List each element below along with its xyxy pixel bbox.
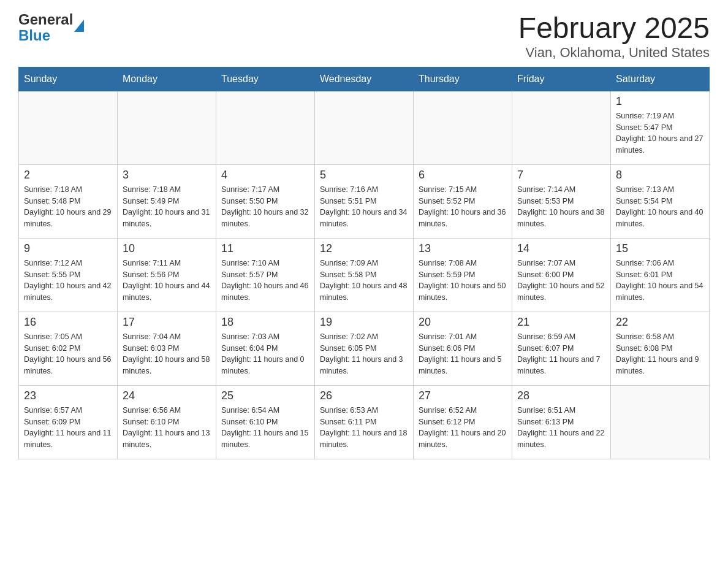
calendar-cell: 2Sunrise: 7:18 AMSunset: 5:48 PMDaylight… <box>19 164 118 238</box>
day-number: 26 <box>320 389 408 402</box>
week-row-2: 2Sunrise: 7:18 AMSunset: 5:48 PMDaylight… <box>19 164 710 238</box>
day-info: Sunrise: 7:01 AMSunset: 6:06 PMDaylight:… <box>419 331 507 377</box>
day-number: 13 <box>419 242 507 255</box>
day-number: 19 <box>320 316 408 329</box>
day-number: 23 <box>24 389 112 402</box>
day-number: 9 <box>24 242 112 255</box>
calendar-cell: 14Sunrise: 7:07 AMSunset: 6:00 PMDayligh… <box>512 238 611 312</box>
logo-blue-text: Blue <box>18 27 50 44</box>
calendar-table: SundayMondayTuesdayWednesdayThursdayFrid… <box>18 67 710 459</box>
calendar-cell: 11Sunrise: 7:10 AMSunset: 5:57 PMDayligh… <box>216 238 315 312</box>
header-wednesday: Wednesday <box>315 67 414 91</box>
day-number: 5 <box>320 169 408 182</box>
day-info: Sunrise: 7:18 AMSunset: 5:49 PMDaylight:… <box>123 184 211 230</box>
day-number: 17 <box>123 316 211 329</box>
week-row-1: 1Sunrise: 7:19 AMSunset: 5:47 PMDaylight… <box>19 91 710 164</box>
calendar-cell: 9Sunrise: 7:12 AMSunset: 5:55 PMDaylight… <box>19 238 118 312</box>
day-info: Sunrise: 7:05 AMSunset: 6:02 PMDaylight:… <box>24 331 112 377</box>
calendar-cell: 10Sunrise: 7:11 AMSunset: 5:56 PMDayligh… <box>118 238 216 312</box>
day-info: Sunrise: 6:54 AMSunset: 6:10 PMDaylight:… <box>221 405 309 451</box>
calendar-cell: 23Sunrise: 6:57 AMSunset: 6:09 PMDayligh… <box>19 385 118 459</box>
calendar-cell: 16Sunrise: 7:05 AMSunset: 6:02 PMDayligh… <box>19 312 118 385</box>
page-subtitle: Vian, Oklahoma, United States <box>518 45 710 61</box>
week-row-4: 16Sunrise: 7:05 AMSunset: 6:02 PMDayligh… <box>19 312 710 385</box>
header-sunday: Sunday <box>19 67 118 91</box>
calendar-cell: 12Sunrise: 7:09 AMSunset: 5:58 PMDayligh… <box>315 238 414 312</box>
svg-marker-0 <box>74 20 84 32</box>
day-info: Sunrise: 6:58 AMSunset: 6:08 PMDaylight:… <box>616 331 704 377</box>
day-info: Sunrise: 7:08 AMSunset: 5:59 PMDaylight:… <box>419 258 507 304</box>
calendar-cell <box>512 91 611 164</box>
calendar-cell: 6Sunrise: 7:15 AMSunset: 5:52 PMDaylight… <box>414 164 512 238</box>
day-info: Sunrise: 7:17 AMSunset: 5:50 PMDaylight:… <box>221 184 309 230</box>
day-number: 15 <box>616 242 704 255</box>
page-title: February 2025 <box>518 12 710 45</box>
calendar-cell: 21Sunrise: 6:59 AMSunset: 6:07 PMDayligh… <box>512 312 611 385</box>
calendar-header-row: SundayMondayTuesdayWednesdayThursdayFrid… <box>19 67 710 91</box>
day-number: 4 <box>221 169 309 182</box>
calendar-cell: 13Sunrise: 7:08 AMSunset: 5:59 PMDayligh… <box>414 238 512 312</box>
day-info: Sunrise: 7:11 AMSunset: 5:56 PMDaylight:… <box>123 258 211 304</box>
day-info: Sunrise: 7:04 AMSunset: 6:03 PMDaylight:… <box>123 331 211 377</box>
day-info: Sunrise: 7:13 AMSunset: 5:54 PMDaylight:… <box>616 184 704 230</box>
day-info: Sunrise: 7:06 AMSunset: 6:01 PMDaylight:… <box>616 258 704 304</box>
day-number: 24 <box>123 389 211 402</box>
calendar-cell: 28Sunrise: 6:51 AMSunset: 6:13 PMDayligh… <box>512 385 611 459</box>
calendar-cell <box>315 91 414 164</box>
day-number: 7 <box>517 169 605 182</box>
day-number: 25 <box>221 389 309 402</box>
day-number: 14 <box>517 242 605 255</box>
title-block: February 2025 Vian, Oklahoma, United Sta… <box>518 12 710 61</box>
day-info: Sunrise: 7:02 AMSunset: 6:05 PMDaylight:… <box>320 331 408 377</box>
calendar-cell: 17Sunrise: 7:04 AMSunset: 6:03 PMDayligh… <box>118 312 216 385</box>
day-info: Sunrise: 7:03 AMSunset: 6:04 PMDaylight:… <box>221 331 309 377</box>
day-info: Sunrise: 7:12 AMSunset: 5:55 PMDaylight:… <box>24 258 112 304</box>
header-thursday: Thursday <box>414 67 512 91</box>
day-info: Sunrise: 7:18 AMSunset: 5:48 PMDaylight:… <box>24 184 112 230</box>
header-monday: Monday <box>118 67 216 91</box>
week-row-3: 9Sunrise: 7:12 AMSunset: 5:55 PMDaylight… <box>19 238 710 312</box>
logo-general-text: General <box>18 12 73 27</box>
calendar-cell: 20Sunrise: 7:01 AMSunset: 6:06 PMDayligh… <box>414 312 512 385</box>
calendar-cell: 19Sunrise: 7:02 AMSunset: 6:05 PMDayligh… <box>315 312 414 385</box>
day-number: 18 <box>221 316 309 329</box>
calendar-cell: 25Sunrise: 6:54 AMSunset: 6:10 PMDayligh… <box>216 385 315 459</box>
day-info: Sunrise: 7:07 AMSunset: 6:00 PMDaylight:… <box>517 258 605 304</box>
day-info: Sunrise: 6:56 AMSunset: 6:10 PMDaylight:… <box>123 405 211 451</box>
day-number: 10 <box>123 242 211 255</box>
calendar-cell: 18Sunrise: 7:03 AMSunset: 6:04 PMDayligh… <box>216 312 315 385</box>
calendar-cell <box>19 91 118 164</box>
day-number: 1 <box>616 95 704 108</box>
day-number: 6 <box>419 169 507 182</box>
week-row-5: 23Sunrise: 6:57 AMSunset: 6:09 PMDayligh… <box>19 385 710 459</box>
calendar-cell <box>216 91 315 164</box>
day-info: Sunrise: 7:15 AMSunset: 5:52 PMDaylight:… <box>419 184 507 230</box>
calendar-cell <box>611 385 710 459</box>
day-number: 2 <box>24 169 112 182</box>
day-number: 21 <box>517 316 605 329</box>
calendar-cell: 8Sunrise: 7:13 AMSunset: 5:54 PMDaylight… <box>611 164 710 238</box>
day-number: 20 <box>419 316 507 329</box>
calendar-cell: 1Sunrise: 7:19 AMSunset: 5:47 PMDaylight… <box>611 91 710 164</box>
header-saturday: Saturday <box>611 67 710 91</box>
calendar-cell: 15Sunrise: 7:06 AMSunset: 6:01 PMDayligh… <box>611 238 710 312</box>
calendar-cell: 22Sunrise: 6:58 AMSunset: 6:08 PMDayligh… <box>611 312 710 385</box>
calendar-cell <box>414 91 512 164</box>
calendar-cell: 3Sunrise: 7:18 AMSunset: 5:49 PMDaylight… <box>118 164 216 238</box>
calendar-cell <box>118 91 216 164</box>
day-number: 8 <box>616 169 704 182</box>
day-info: Sunrise: 6:59 AMSunset: 6:07 PMDaylight:… <box>517 331 605 377</box>
day-number: 3 <box>123 169 211 182</box>
day-info: Sunrise: 7:16 AMSunset: 5:51 PMDaylight:… <box>320 184 408 230</box>
logo: General Blue <box>18 12 74 44</box>
header-friday: Friday <box>512 67 611 91</box>
day-info: Sunrise: 7:19 AMSunset: 5:47 PMDaylight:… <box>616 110 704 156</box>
day-info: Sunrise: 7:09 AMSunset: 5:58 PMDaylight:… <box>320 258 408 304</box>
day-number: 16 <box>24 316 112 329</box>
calendar-cell: 4Sunrise: 7:17 AMSunset: 5:50 PMDaylight… <box>216 164 315 238</box>
day-number: 12 <box>320 242 408 255</box>
day-info: Sunrise: 6:57 AMSunset: 6:09 PMDaylight:… <box>24 405 112 451</box>
day-info: Sunrise: 6:53 AMSunset: 6:11 PMDaylight:… <box>320 405 408 451</box>
day-info: Sunrise: 7:14 AMSunset: 5:53 PMDaylight:… <box>517 184 605 230</box>
header-tuesday: Tuesday <box>216 67 315 91</box>
